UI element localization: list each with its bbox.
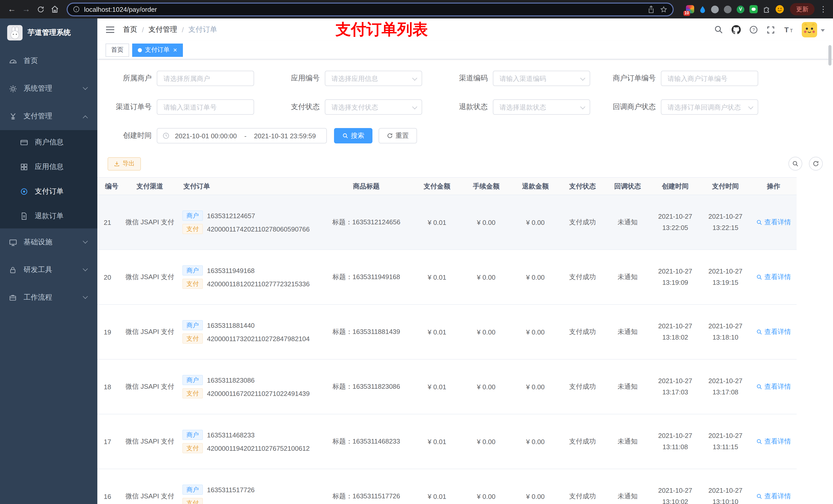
bookmark-star-icon[interactable] [660,5,668,13]
close-icon[interactable] [173,47,177,53]
sidebar-item-payment[interactable]: 支付管理 [0,102,97,130]
view-detail-link[interactable]: 查看详情 [756,272,791,282]
extension-drop-icon[interactable] [699,5,706,13]
view-detail-link[interactable]: 查看详情 [756,218,791,227]
grid-icon [20,163,29,171]
cell-pay-time: 2021-10-27 13:19:15 [700,250,751,305]
cell-refund: ¥ 0.00 [511,469,560,504]
filter-channel-code: 渠道编码 [444,71,590,86]
forward-icon[interactable] [20,3,33,16]
export-button[interactable]: 导出 [108,157,141,170]
svg-text:T: T [784,26,789,34]
sidebar-item-workflow[interactable]: 工作流程 [0,284,97,311]
view-detail-link[interactable]: 查看详情 [756,492,791,501]
url-bar[interactable]: localhost:1024/pay/order [67,2,674,16]
browser-menu-icon[interactable] [819,5,828,14]
chrome-update-button[interactable]: 更新 [790,3,814,15]
extension-green-icon[interactable] [737,5,744,13]
cell-amount: ¥ 0.01 [412,305,461,359]
extension-gray-icon[interactable] [711,5,719,13]
cell-notify: 未通知 [605,250,650,305]
filter-label: 应用编号 [276,74,325,83]
cell-action: 查看详情 [751,359,796,414]
tab-home[interactable]: 首页 [105,43,129,56]
pay-status-select[interactable] [325,99,422,115]
sidebar-item-app-info[interactable]: 应用信息 [0,155,97,179]
share-icon[interactable] [647,5,655,13]
profile-avatar-icon[interactable] [776,5,784,13]
date-start-value: 2021-10-01 00:00:00 [170,132,242,140]
search-icon[interactable] [714,25,723,34]
target-icon [20,188,29,196]
merchant-order-no-input[interactable] [661,71,758,86]
sidebar-item-devtools[interactable]: 研发工具 [0,256,97,284]
sidebar-item-home[interactable]: 首页 [0,47,97,75]
view-detail-link[interactable]: 查看详情 [756,437,791,446]
lock-icon [8,266,18,274]
filter-notify-status: 回调商户状态 [612,99,758,115]
screen: localhost:1024/pay/order 10 [0,0,833,504]
app-no-select[interactable] [325,71,422,86]
help-icon[interactable]: ? [749,25,758,34]
view-detail-link[interactable]: 查看详情 [756,327,791,337]
cell-notify: 未通知 [605,359,650,414]
refresh-button[interactable] [809,157,823,171]
refund-status-select[interactable] [493,99,590,115]
cell-amount: ¥ 0.01 [412,414,461,469]
cell-channel: 微信 JSAPI 支付 [120,195,179,250]
cell-fee: ¥ 0.00 [461,469,511,504]
sidebar-item-merchant-info[interactable]: 商户信息 [0,130,97,155]
reset-button[interactable]: 重置 [379,128,417,143]
tab-pay-order[interactable]: 支付订单 [132,43,183,56]
cell-pay-time: 2021-10-27 13:17:08 [700,359,751,414]
column-header-refund: 退款金额 [511,177,560,195]
pay-order-no: 4200001181202110277723215336 [207,280,310,288]
search-button[interactable]: 搜索 [334,128,373,143]
sidebar-item-pay-order[interactable]: 支付订单 [0,179,97,204]
extension-gray2-icon[interactable] [724,5,732,13]
cell-channel: 微信 JSAPI 支付 [120,414,179,469]
extension-chat-icon[interactable] [749,5,758,13]
breadcrumb-payment[interactable]: 支付管理 [148,25,177,34]
cell-title: 标题：1635311823086 [320,359,412,414]
user-avatar[interactable] [802,22,817,38]
tab-label: 首页 [111,46,123,54]
cell-status: 支付成功 [560,359,605,414]
merchant-select-input[interactable] [157,71,254,86]
font-size-icon[interactable]: TT [783,25,793,34]
filter-pay-status: 支付状态 [276,99,422,115]
fullscreen-icon[interactable] [766,25,775,34]
sidebar-toggle-icon[interactable] [105,26,115,34]
reload-icon[interactable] [34,3,47,16]
caret-down-icon[interactable] [821,29,825,32]
cell-fee: ¥ 0.00 [461,250,511,305]
date-range-picker[interactable]: 2021-10-01 00:00:00 - 2021-10-31 23:59:5… [157,128,327,143]
channel-code-select[interactable] [493,71,590,86]
merchant-tag: 商户 [182,265,203,275]
extension-palette-icon[interactable]: 10 [686,5,694,13]
back-icon[interactable] [5,3,19,16]
page-scrollbar[interactable] [828,45,831,66]
view-detail-link[interactable]: 查看详情 [756,382,791,391]
browser-chrome: localhost:1024/pay/order 10 [0,0,833,19]
cell-notify: 未通知 [605,195,650,250]
chevron-down-icon [83,85,88,90]
site-info-icon[interactable] [73,6,80,13]
sidebar-item-infrastructure[interactable]: 基础设施 [0,229,97,256]
cell-status: 支付成功 [560,414,605,469]
toggle-search-button[interactable] [788,157,802,171]
github-icon[interactable] [732,25,741,34]
merchant-tag: 商户 [182,320,203,330]
header-actions: ? TT [706,22,825,38]
extensions-puzzle-icon[interactable] [763,5,770,13]
channel-order-no-input[interactable] [157,99,254,115]
cell-amount: ¥ 0.01 [412,359,461,414]
sidebar-item-refund-order[interactable]: 退款订单 [0,204,97,229]
home-icon[interactable] [48,3,62,16]
cell-order: 商户 1635311468233 支付 42000011942021102767… [179,414,320,469]
sidebar-item-system[interactable]: 系统管理 [0,75,97,102]
breadcrumb-home[interactable]: 首页 [123,25,137,34]
notify-status-select[interactable] [661,99,758,115]
orders-table: 编号 支付渠道 支付订单 商品标题 支付金额 手续金额 退款金额 支付状态 回调… [97,177,833,504]
chevron-down-icon [83,266,88,271]
